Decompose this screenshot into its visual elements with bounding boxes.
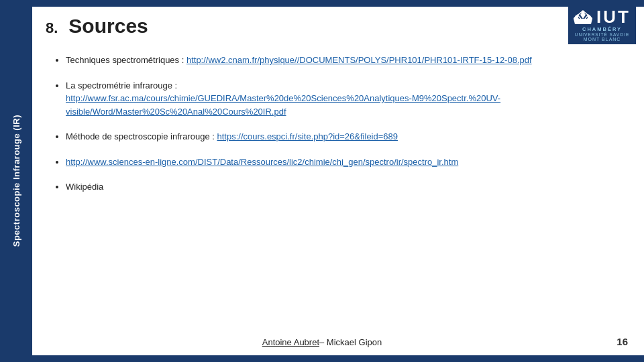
- section-title: Sources: [68, 15, 148, 38]
- sidebar-label: Spectroscopie Infrarouge (IR): [11, 115, 21, 247]
- footer-author: Antoine Aubret– Mickael Gipon: [40, 337, 604, 347]
- source-link-2[interactable]: http://www.fsr.ac.ma/cours/chimie/GUEDIR…: [66, 93, 500, 117]
- list-item: Techniques spectrométriques : http://ww2…: [66, 54, 631, 67]
- author-first: Antoine Aubret: [262, 337, 319, 347]
- source-prefix-3: Méthode de spectroscopie infrarouge :: [66, 131, 217, 141]
- page-header: 8. Sources: [46, 15, 631, 38]
- sources-list: Techniques spectrométriques : http://ww2…: [46, 54, 631, 194]
- bottom-bar: [0, 355, 644, 362]
- source-link-4[interactable]: http://www.sciences-en-ligne.com/DIST/Da…: [66, 157, 458, 167]
- list-item: Méthode de spectroscopie infrarouge : ht…: [66, 130, 631, 143]
- list-item: Wikipédia: [66, 180, 631, 194]
- section-number: 8.: [46, 19, 58, 37]
- main-content: 8. Sources Techniques spectrométriques :…: [32, 7, 644, 355]
- page-number: 16: [616, 336, 628, 347]
- left-sidebar: Spectroscopie Infrarouge (IR): [0, 0, 32, 362]
- author-name: Antoine Aubret– Mickael Gipon: [262, 337, 382, 347]
- source-link-3[interactable]: https://cours.espci.fr/site.php?id=26&fi…: [217, 131, 398, 141]
- source-wikipedia: Wikipédia: [66, 182, 103, 192]
- source-link-1[interactable]: http://ww2.cnam.fr/physique//DOCUMENTS/P…: [186, 55, 532, 65]
- top-bar: [0, 0, 644, 7]
- list-item: La spectrométrie infrarouge : http://www…: [66, 79, 631, 119]
- source-prefix-1: Techniques spectrométriques :: [66, 55, 186, 65]
- source-prefix-2: La spectrométrie infrarouge :: [66, 80, 177, 90]
- list-item: http://www.sciences-en-ligne.com/DIST/Da…: [66, 156, 631, 169]
